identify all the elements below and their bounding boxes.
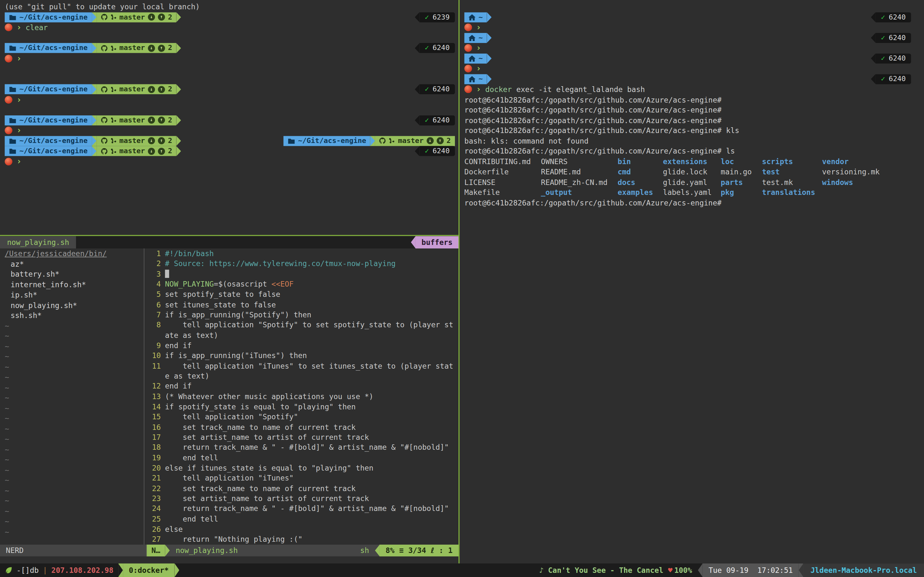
vim-command-line[interactable] <box>0 556 459 564</box>
code-line: if is_app_running("Spotify") then <box>165 309 311 320</box>
pane-shell-git[interactable]: (use "git pull" to update your local bra… <box>0 0 459 235</box>
vim-statusline: NERD N… now_playing.sh sh 8% ≡ 3/34 ℓ : … <box>0 545 459 556</box>
home-icon <box>468 55 475 61</box>
nerdtree-file-now-playing[interactable]: now_playing.sh* <box>0 300 142 310</box>
tmux-terminal-screen: (use "git pull" to update your local bra… <box>0 0 924 577</box>
nerdtree-file-battery[interactable]: battery.sh* <box>0 269 142 279</box>
code-line: if spotify_state is equal to "playing" t… <box>165 402 355 412</box>
vim-tab-label: now_playing.sh <box>7 237 69 247</box>
nerdtree-file-az[interactable]: az* <box>0 259 142 269</box>
git-ahead-icon: ↑ <box>158 148 165 155</box>
git-behind-icon: ↓ <box>148 14 155 21</box>
prompt-path: ~/Git/acs-engine <box>19 146 87 156</box>
kls-command: kls <box>722 125 739 135</box>
git-branch-label: master <box>120 84 145 95</box>
prompt-path-segment: ~ <box>464 33 487 43</box>
powerline-arrow <box>92 12 97 22</box>
git-branch-label: master <box>120 146 145 156</box>
pane-vim[interactable]: now_playing.sh buffers /Users/jessicadee… <box>0 236 459 564</box>
vim-split-separator[interactable] <box>142 248 147 545</box>
editor-buffer[interactable]: 1#!/bin/bash 2# Source: https://www.tyle… <box>147 248 459 545</box>
prompt-input-row: › <box>460 43 924 53</box>
powerline-arrow <box>92 115 97 125</box>
nerdtree-file-ip[interactable]: ip.sh* <box>0 290 142 300</box>
ls-command-row: root@6c41b2826afc:/gopath/src/github.com… <box>460 146 924 156</box>
prompt-git-segment: master ↓ ↑ 2 <box>96 146 176 156</box>
vim-buffers-label[interactable]: buffers <box>415 236 459 249</box>
powerline-arrow <box>487 74 492 84</box>
powerline-arrow <box>411 236 416 249</box>
ls-entry-dir: cmd <box>618 167 663 177</box>
empty-line-tilde: ~ <box>0 465 142 475</box>
home-icon <box>468 14 475 21</box>
home-icon <box>468 76 475 82</box>
vim-tab-now-playing[interactable]: now_playing.sh <box>0 236 76 249</box>
ls-output-row: CONTRIBUTING.md OWNERS bin extensions lo… <box>460 156 924 167</box>
powerline-arrow <box>415 146 420 156</box>
check-icon: ✓ <box>425 115 429 125</box>
prompt-path: ~/Git/acs-engine <box>19 135 87 146</box>
prompt-path: ~/Git/acs-engine <box>298 135 366 146</box>
nerdtree-file-ssh[interactable]: ssh.sh* <box>0 310 142 321</box>
check-icon: ✓ <box>425 12 429 23</box>
git-branch-label: master <box>120 115 145 125</box>
ls-entry-dir: bin <box>618 156 663 167</box>
empty-line-tilde: ~ <box>0 413 142 424</box>
powerline-arrow <box>92 136 97 146</box>
prompt-row: ~/Git/acs-engine master ↓ ↑ 2 ✓6239 <box>0 12 459 23</box>
code-line: set track_name to name of current track <box>165 422 355 432</box>
prompt-path-segment: ~/Git/acs-engine <box>5 115 92 125</box>
history-number: 6240 <box>433 84 449 95</box>
prompt-input-row: › <box>460 63 924 74</box>
nerdtree-root-path: /Users/jessicadeen/bin/ <box>0 248 142 259</box>
leaf-icon <box>5 566 13 574</box>
git-prompt: ~/Git/acs-engine master ↓ ↑ 2 <box>5 43 181 53</box>
prompt-git-segment: master ↓ ↑ 2 <box>96 115 176 125</box>
status-pill: ✓6240 <box>871 74 911 84</box>
git-prompt: ~/Git/acs-engine master ↓ ↑ 2 <box>5 12 181 22</box>
git-branch-icon <box>389 137 395 144</box>
prompt-path: ~ <box>478 33 483 43</box>
github-icon <box>100 45 107 52</box>
git-counter: 2 <box>447 135 451 146</box>
prompt-path: ~ <box>478 53 483 63</box>
empty-line-tilde: ~ <box>0 434 142 444</box>
home-prompt: ~ <box>464 74 491 84</box>
ls-entry-dir: docs <box>618 177 663 187</box>
home-icon <box>468 35 475 41</box>
colon-separator: : <box>439 545 443 556</box>
code-line: end tell <box>165 514 218 524</box>
tmux-window-docker[interactable]: 0:docker* <box>123 564 174 577</box>
ls-output-row: LICENSE README_zh-CN.md docs glide.yaml … <box>460 177 924 187</box>
empty-line-tilde: ~ <box>0 506 142 516</box>
tmux-status-bar: -[]db | 207.108.202.98 0:docker* ♪ Can't… <box>0 564 924 577</box>
empty-line-tilde: ~ <box>0 362 142 372</box>
nerdtree-panel[interactable]: /Users/jessicadeen/bin/ az* battery.sh* … <box>0 248 142 545</box>
empty-line-tilde: ~ <box>0 455 142 465</box>
empty-line-tilde: ~ <box>0 372 142 382</box>
ls-entry-dir: extensions <box>663 156 720 167</box>
status-pill: ✓6240 <box>415 115 455 125</box>
kls-command-row: root@6c41b2826afc:/gopath/src/github.com… <box>460 125 924 135</box>
prompt-input-row: › <box>0 125 459 135</box>
empty-line-tilde: ~ <box>0 351 142 362</box>
history-number: 6239 <box>433 12 449 23</box>
ls-output-row: Dockerfile README.md cmd glide.lock main… <box>460 167 924 177</box>
vim-mode-indicator: N… <box>147 545 165 556</box>
empty-line-tilde: ~ <box>0 382 142 393</box>
git-branch-icon <box>111 14 116 21</box>
powerline-arrow <box>370 136 375 146</box>
pane-shell-docker[interactable]: ~ ✓6240 › ~ ✓6240 <box>460 0 924 564</box>
folder-icon <box>9 117 17 123</box>
check-icon: ✓ <box>881 53 885 63</box>
prompt-path-segment: ~ <box>464 53 487 63</box>
prompt-row: ~/Git/acs-engine master ↓ ↑ 2 ✓6240 <box>0 146 459 156</box>
history-number: 6240 <box>433 43 449 53</box>
code-line: tell application "iTunes" to set itunes_… <box>165 361 453 371</box>
prompt-path-segment: ~/Git/acs-engine <box>5 146 92 156</box>
prompt-status-icon <box>5 24 13 31</box>
powerline-arrow <box>487 33 492 43</box>
code-line: set track_name to name of current track <box>165 483 355 493</box>
code-line: NOW_PLAYING=$(osascript <<EOF <box>165 279 294 290</box>
nerdtree-file-internet-info[interactable]: internet_info.sh* <box>0 279 142 290</box>
